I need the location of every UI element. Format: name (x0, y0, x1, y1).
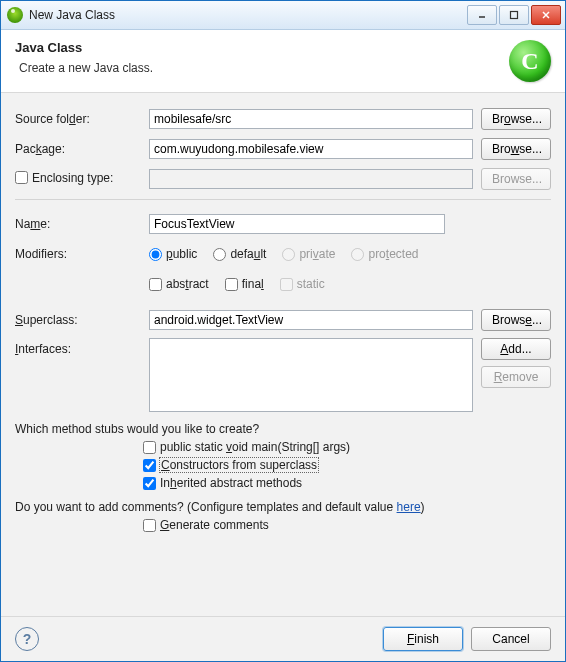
constructors-checkbox[interactable] (143, 459, 156, 472)
remove-interface-button: Remove (481, 366, 551, 388)
constructors-label: Constructors from superclass (160, 458, 318, 472)
package-label: Package: (15, 142, 149, 156)
generate-comments-label: Generate comments (160, 518, 269, 532)
private-radio (282, 248, 295, 261)
finish-button[interactable]: Finish (383, 627, 463, 651)
dialog-footer: ? Finish Cancel (1, 616, 565, 661)
cancel-button[interactable]: Cancel (471, 627, 551, 651)
browse-enclosing-button: Browse... (481, 168, 551, 190)
stubs-question: Which method stubs would you like to cre… (15, 422, 551, 436)
final-checkbox[interactable] (225, 278, 238, 291)
window-title: New Java Class (29, 8, 467, 22)
modifiers-label: Modifiers: (15, 247, 149, 261)
enclosing-type-field (149, 169, 473, 189)
comments-question: Do you want to add comments? (Configure … (15, 500, 551, 514)
inherited-checkbox[interactable] (143, 477, 156, 490)
abstract-checkbox[interactable] (149, 278, 162, 291)
enclosing-type-checkbox[interactable] (15, 171, 28, 184)
browse-package-button[interactable]: Browse... (481, 138, 551, 160)
protected-radio (351, 248, 364, 261)
separator (15, 199, 551, 200)
browse-source-button[interactable]: Browse... (481, 108, 551, 130)
maximize-button[interactable] (499, 5, 529, 25)
svg-rect-1 (511, 12, 518, 19)
interfaces-list[interactable] (149, 338, 473, 412)
default-radio[interactable] (213, 248, 226, 261)
package-field[interactable] (149, 139, 473, 159)
source-folder-label: Source folder: (15, 112, 149, 126)
flag-modifiers: abstract final static (149, 277, 341, 291)
eclipse-icon (7, 7, 23, 23)
inherited-label: Inherited abstract methods (160, 476, 302, 490)
interfaces-label: Interfaces: (15, 338, 149, 356)
browse-superclass-button[interactable]: Browse... (481, 309, 551, 331)
form-content: Source folder: Browse... Package: Browse… (1, 93, 565, 616)
minimize-button[interactable] (467, 5, 497, 25)
close-button[interactable] (531, 5, 561, 25)
banner-title: Java Class (15, 40, 509, 55)
class-icon: C (509, 40, 551, 82)
generate-comments-checkbox[interactable] (143, 519, 156, 532)
main-method-label: public static void main(String[] args) (160, 440, 350, 454)
titlebar: New Java Class (1, 1, 565, 30)
superclass-field[interactable] (149, 310, 473, 330)
access-modifiers: public default private protected (149, 247, 435, 261)
name-label: Name: (15, 217, 149, 231)
help-button[interactable]: ? (15, 627, 39, 651)
enclosing-type-label: Enclosing type: (15, 171, 149, 188)
public-radio[interactable] (149, 248, 162, 261)
main-method-checkbox[interactable] (143, 441, 156, 454)
window-buttons (467, 5, 561, 25)
name-field[interactable] (149, 214, 445, 234)
wizard-banner: Java Class Create a new Java class. C (1, 30, 565, 93)
configure-templates-link[interactable]: here (397, 500, 421, 514)
add-interface-button[interactable]: Add... (481, 338, 551, 360)
banner-subtitle: Create a new Java class. (19, 61, 509, 75)
static-checkbox (280, 278, 293, 291)
superclass-label: Superclass: (15, 313, 149, 327)
source-folder-field[interactable] (149, 109, 473, 129)
new-java-class-dialog: New Java Class Java Class Create a new J… (0, 0, 566, 662)
